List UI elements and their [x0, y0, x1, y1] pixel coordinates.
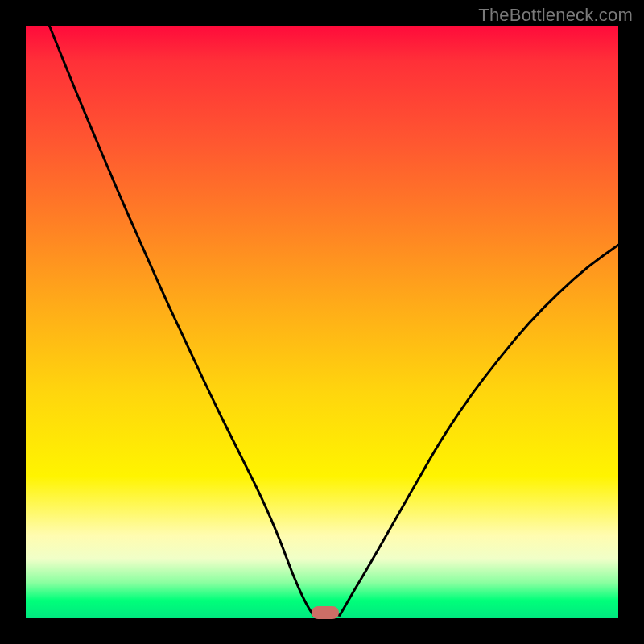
- curve-right-branch: [340, 245, 618, 615]
- chart-frame: TheBottleneck.com: [0, 0, 644, 644]
- curve-left-branch: [49, 26, 313, 615]
- bottleneck-curve: [26, 26, 618, 618]
- bottleneck-marker: [312, 606, 339, 619]
- watermark-text: TheBottleneck.com: [478, 5, 633, 26]
- plot-area: [26, 26, 618, 618]
